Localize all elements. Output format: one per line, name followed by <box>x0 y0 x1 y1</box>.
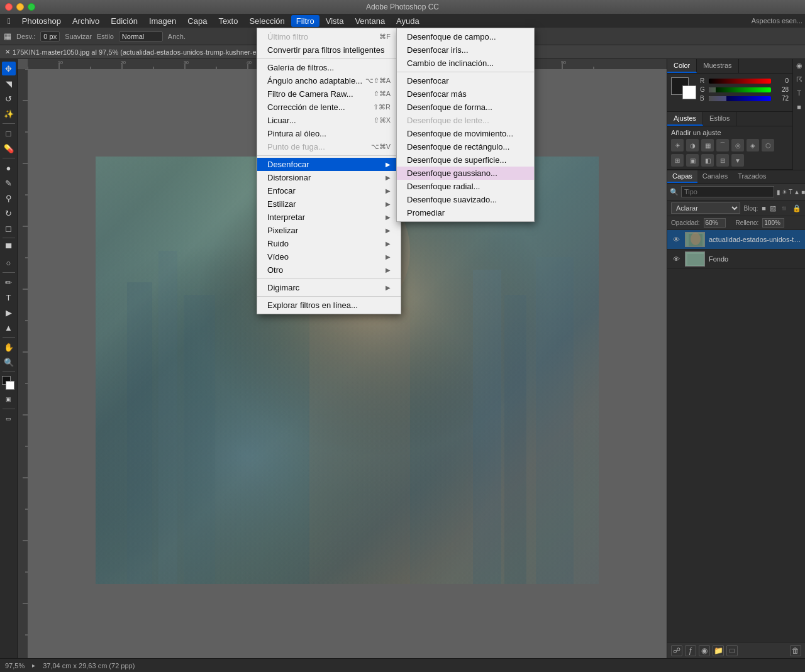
filter-adj-icon[interactable]: ☀ <box>782 189 787 196</box>
menu-item-digimarc[interactable]: Digimarc ▶ <box>257 281 401 294</box>
lasso-tool[interactable]: ↺ <box>2 92 16 106</box>
new-layer-btn[interactable]: □ <box>726 645 738 656</box>
channelmix-adj-icon[interactable]: ⊟ <box>716 154 729 167</box>
menu-item-angulo[interactable]: Ángulo ancho adaptable... ⌥⇧⌘A <box>257 74 401 87</box>
layer-style-btn[interactable]: ƒ <box>685 645 696 656</box>
curves-adj-icon[interactable]: ⌒ <box>716 139 729 151</box>
blur-rectangulo[interactable]: Desenfoque de rectángulo... <box>397 140 534 153</box>
blur-superficie[interactable]: Desenfoque de superficie... <box>397 153 534 167</box>
hsl-adj-icon[interactable]: ⬡ <box>762 139 774 151</box>
menu-item-punto[interactable]: Punto de fuga... ⌥⌘V <box>257 140 401 153</box>
colorbalance-adj-icon[interactable]: ⊞ <box>671 154 684 167</box>
screen-mode-tool[interactable]: ▭ <box>2 412 16 426</box>
close-button[interactable] <box>5 3 13 11</box>
background-color[interactable] <box>6 381 14 390</box>
photoshop-menu[interactable]: Photoshop <box>17 15 66 27</box>
menu-item-desenfocar[interactable]: Desenfocar ▶ <box>257 158 401 171</box>
blur-promediar[interactable]: Promediar <box>397 206 534 219</box>
fill-input[interactable] <box>762 218 784 228</box>
seleccion-menu[interactable]: Selección <box>244 15 289 27</box>
edicion-menu[interactable]: Edición <box>106 15 143 27</box>
b-slider[interactable] <box>709 96 771 101</box>
lock-pos-icon[interactable]: ■ <box>762 204 766 212</box>
bw-adj-icon[interactable]: ▣ <box>686 154 699 167</box>
lock-all-icon[interactable]: 🔒 <box>792 204 801 212</box>
gradient-tool[interactable]: ▀ <box>2 241 16 255</box>
vista-menu[interactable]: Vista <box>321 15 349 27</box>
blur-gaussiano[interactable]: Desenfoque gaussiano... <box>397 167 534 180</box>
fg-bg-colors[interactable] <box>2 376 16 390</box>
move-tool[interactable]: ✥ <box>2 62 16 75</box>
menu-item-explorar[interactable]: Explorar filtros en línea... <box>257 299 401 312</box>
history-tool[interactable]: ↻ <box>2 206 16 220</box>
menu-item-ruido[interactable]: Ruido ▶ <box>257 237 401 250</box>
shape-tool[interactable]: ▲ <box>2 321 16 334</box>
minimize-button[interactable] <box>16 3 24 11</box>
lock-draw-icon[interactable]: ▨ <box>770 204 776 212</box>
blur-lente[interactable]: Desenfoque de lente... <box>397 114 534 127</box>
text-tool[interactable]: T <box>2 290 16 304</box>
selection-tool[interactable]: ◥ <box>2 77 16 91</box>
ayuda-menu[interactable]: Ayuda <box>391 15 425 27</box>
menu-item-correccion[interactable]: Corrección de lente... ⇧⌘R <box>257 101 401 114</box>
layer-eye-1[interactable]: 👁 <box>671 234 681 245</box>
menu-item-distorsionar[interactable]: Distorsionar ▶ <box>257 171 401 184</box>
magic-wand-tool[interactable]: ✨ <box>2 107 16 121</box>
hand-tool[interactable]: ✋ <box>2 340 16 354</box>
quick-mask-tool[interactable]: ▣ <box>2 392 16 406</box>
menu-item-estilizar[interactable]: Estilizar ▶ <box>257 197 401 211</box>
blur-campo[interactable]: Desenfoque de campo... <box>397 30 534 43</box>
opacity-input[interactable] <box>704 218 726 228</box>
background-swatch[interactable] <box>682 85 696 99</box>
texto-menu[interactable]: Texto <box>213 15 243 27</box>
tab-muestras[interactable]: Muestras <box>697 59 738 73</box>
panel-icon-3[interactable]: T <box>794 89 804 99</box>
vibrance-adj-icon[interactable]: ◈ <box>747 139 759 151</box>
zoom-tool[interactable]: 🔍 <box>2 355 16 369</box>
menu-item-video[interactable]: Vídeo ▶ <box>257 250 401 263</box>
menu-item-otro[interactable]: Otro ▶ <box>257 263 401 277</box>
r-slider[interactable] <box>709 79 771 84</box>
panel-icon-1[interactable]: ◉ <box>794 62 804 72</box>
layer-eye-2[interactable]: 👁 <box>671 254 681 264</box>
g-slider[interactable] <box>709 87 771 92</box>
exposure-adj-icon[interactable]: ◎ <box>731 139 744 151</box>
menu-item-galeria[interactable]: Galería de filtros... <box>257 61 401 74</box>
brush-tool[interactable]: ✎ <box>2 176 16 190</box>
layers-type-filter[interactable] <box>681 186 774 197</box>
ventana-menu[interactable]: Ventana <box>350 15 390 27</box>
apple-menu[interactable]:  <box>3 15 16 27</box>
filter-smart-icon[interactable]: ■ <box>801 189 805 196</box>
lock-pixel-icon[interactable]: ◾ <box>780 204 789 212</box>
delete-layer-btn[interactable]: 🗑 <box>790 645 801 656</box>
new-group-btn[interactable]: 📁 <box>713 645 724 656</box>
menu-item-ultimo-filtro[interactable]: Último filtro ⌘F <box>257 30 401 43</box>
blur-mas[interactable]: Desenfocar más <box>397 87 534 101</box>
tab-capas[interactable]: Capas <box>667 170 697 183</box>
filter-pixel-icon[interactable]: ▮ <box>777 189 780 196</box>
menu-item-interpretar[interactable]: Interpretar ▶ <box>257 211 401 224</box>
desv-value[interactable]: 0 px <box>40 31 60 41</box>
blend-mode-select[interactable]: Aclarar <box>671 202 740 214</box>
filtro-menu[interactable]: Filtro <box>291 15 319 27</box>
brightness-adj-icon[interactable]: ☀ <box>671 139 684 151</box>
blur-forma[interactable]: Desenfoque de forma... <box>397 101 534 114</box>
panel-icon-4[interactable]: ■ <box>794 103 804 113</box>
blur-radial[interactable]: Desenfoque radial... <box>397 180 534 193</box>
close-doc-icon[interactable]: ✕ <box>5 48 10 55</box>
menu-item-pixelizar[interactable]: Pixelizar ▶ <box>257 224 401 237</box>
link-layers-btn[interactable]: ☍ <box>671 645 682 656</box>
crop-tool[interactable]: □ <box>2 126 16 140</box>
tab-trazados[interactable]: Trazados <box>733 170 771 183</box>
tab-color[interactable]: Color <box>667 59 697 73</box>
menu-item-convertir[interactable]: Convertir para filtros inteligentes <box>257 43 401 57</box>
spot-heal-tool[interactable]: ● <box>2 161 16 175</box>
eraser-tool[interactable]: ◻ <box>2 221 16 235</box>
path-select-tool[interactable]: ▶ <box>2 306 16 319</box>
archivo-menu[interactable]: Archivo <box>67 15 104 27</box>
imagen-menu[interactable]: Imagen <box>144 15 181 27</box>
estilo-select[interactable]: Normal <box>119 31 163 41</box>
clone-tool[interactable]: ⚲ <box>2 191 16 205</box>
layer-mask-btn[interactable]: ◉ <box>699 645 710 656</box>
pen-tool[interactable]: ✏ <box>2 275 16 289</box>
